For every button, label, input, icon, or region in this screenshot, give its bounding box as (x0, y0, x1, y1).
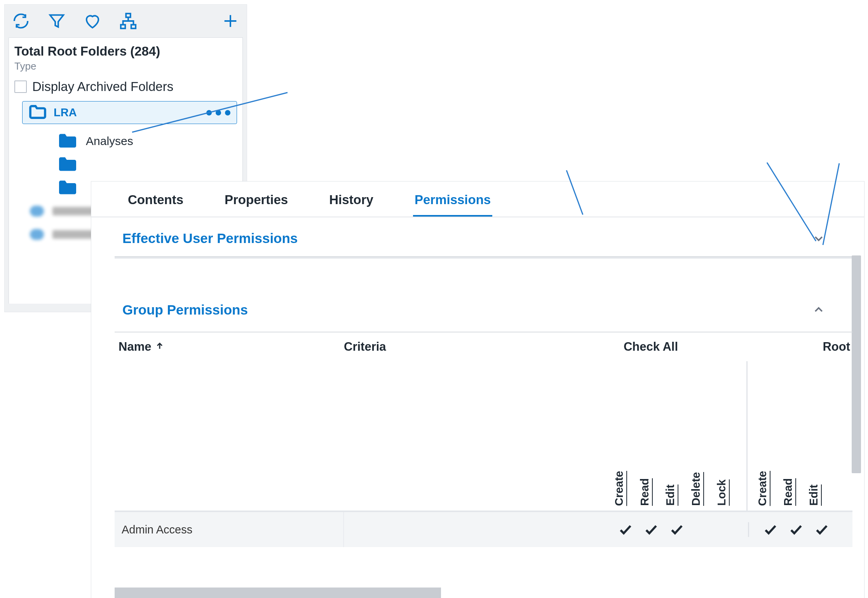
check-cell[interactable] (690, 522, 715, 537)
table-subheader-row: CreateReadEditDeleteLock CreateReadEdit (115, 361, 852, 512)
tab-history[interactable]: History (328, 189, 375, 217)
sidebar-toolbar (5, 5, 247, 37)
section-title: Effective User Permissions (122, 231, 812, 246)
tab-permissions[interactable]: Permissions (413, 189, 492, 217)
permission-column-header[interactable]: Delete (690, 470, 714, 506)
column-checkall-header[interactable]: Check All (554, 340, 748, 354)
svg-rect-2 (131, 25, 136, 29)
folder-icon (57, 132, 78, 150)
table-row[interactable]: Admin Access (115, 512, 852, 547)
permissions-scroll-area: Effective User Permissions Group Permiss… (91, 217, 864, 598)
check-cell[interactable] (783, 522, 809, 537)
folder-icon (29, 105, 47, 121)
section-title: Group Permissions (122, 302, 812, 318)
root-folders-header: Total Root Folders (284) (14, 44, 237, 59)
sort-asc-icon[interactable] (155, 340, 164, 354)
row-checks-root (748, 522, 835, 537)
permissions-table: Name Criteria Check All Root CreateReadE… (115, 332, 852, 569)
display-archived-checkbox[interactable] (14, 80, 27, 93)
display-archived-label: Display Archived Folders (32, 79, 173, 94)
root-folders-subtitle: Type (14, 60, 237, 72)
tab-bar: Contents Properties History Permissions (91, 182, 864, 217)
subfolder-row[interactable] (57, 153, 237, 176)
section-effective-user-permissions[interactable]: Effective User Permissions (115, 217, 852, 256)
tab-contents[interactable]: Contents (126, 189, 185, 217)
subfolder-row[interactable]: Analyses (57, 129, 237, 153)
permission-column-header[interactable]: Lock (715, 478, 739, 506)
folder-icon (57, 156, 78, 174)
chevron-up-icon[interactable] (812, 303, 825, 316)
heart-icon[interactable] (82, 10, 103, 32)
folder-icon (57, 179, 78, 197)
details-panel: Contents Properties History Permissions … (91, 181, 865, 598)
permission-columns-main: CreateReadEditDeleteLock (604, 361, 746, 511)
column-root-header[interactable]: Root (748, 340, 852, 354)
permission-column-header[interactable]: Read (782, 477, 806, 506)
permission-columns-root: CreateReadEdit (746, 361, 838, 511)
svg-rect-0 (126, 14, 131, 17)
folder-label: LRA (54, 106, 199, 119)
refresh-icon[interactable] (10, 10, 32, 32)
horizontal-scrollbar[interactable] (115, 588, 441, 598)
subfolder-label: Analyses (86, 135, 133, 148)
permission-column-header[interactable]: Create (613, 469, 637, 506)
check-cell[interactable] (715, 522, 741, 537)
filter-icon[interactable] (46, 10, 68, 32)
row-checks-main (604, 522, 741, 537)
tab-properties[interactable]: Properties (223, 189, 289, 217)
add-icon[interactable] (220, 10, 241, 32)
chevron-down-icon[interactable] (812, 232, 825, 245)
hierarchy-icon[interactable] (117, 10, 139, 32)
check-cell[interactable] (758, 522, 783, 537)
check-cell[interactable] (613, 522, 638, 537)
column-name-header[interactable]: Name (115, 340, 344, 354)
vertical-scrollbar[interactable] (852, 255, 861, 473)
table-body: Admin Access (115, 512, 852, 547)
permission-column-header[interactable]: Edit (807, 483, 831, 506)
check-cell[interactable] (809, 522, 835, 537)
table-header-row: Name Criteria Check All Root (115, 332, 852, 361)
more-icon[interactable] (206, 110, 230, 115)
permission-column-header[interactable]: Create (756, 469, 780, 506)
column-criteria-header[interactable]: Criteria (344, 340, 554, 354)
svg-rect-1 (121, 25, 125, 29)
check-cell[interactable] (638, 522, 664, 537)
permission-column-header[interactable]: Edit (664, 483, 688, 506)
section-group-permissions[interactable]: Group Permissions (115, 289, 852, 328)
row-name: Admin Access (115, 512, 344, 547)
permission-column-header[interactable]: Read (638, 477, 662, 506)
folder-row-selected[interactable]: LRA (22, 101, 237, 124)
check-cell[interactable] (664, 522, 690, 537)
display-archived-row[interactable]: Display Archived Folders (14, 79, 237, 94)
